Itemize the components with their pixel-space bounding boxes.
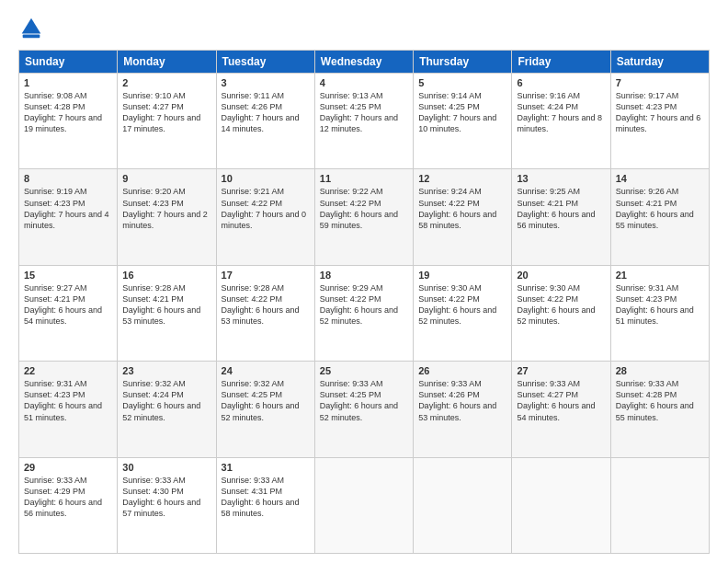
day-number: 16 [122,270,210,281]
calendar-cell: 17Sunrise: 9:28 AMSunset: 4:22 PMDayligh… [216,265,314,361]
day-info: Sunrise: 9:08 AMSunset: 4:28 PMDaylight:… [24,90,112,135]
day-number: 11 [320,173,408,184]
day-number: 27 [517,365,605,376]
day-info: Sunrise: 9:32 AMSunset: 4:25 PMDaylight:… [222,378,310,423]
day-info: Sunrise: 9:27 AMSunset: 4:21 PMDaylight:… [24,282,112,327]
calendar-cell: 1Sunrise: 9:08 AMSunset: 4:28 PMDaylight… [19,74,118,169]
day-header-wednesday: Wednesday [314,51,413,74]
day-info: Sunrise: 9:10 AMSunset: 4:27 PMDaylight:… [122,90,210,135]
calendar-cell: 28Sunrise: 9:33 AMSunset: 4:28 PMDayligh… [610,362,709,457]
calendar-cell: 12Sunrise: 9:24 AMSunset: 4:22 PMDayligh… [414,169,512,265]
calendar-cell: 13Sunrise: 9:25 AMSunset: 4:21 PMDayligh… [512,169,610,265]
logo [18,15,48,40]
calendar-cell: 6Sunrise: 9:16 AMSunset: 4:24 PMDaylight… [512,74,610,169]
day-number: 20 [517,270,605,281]
calendar-cell [512,457,610,553]
day-number: 21 [616,270,704,281]
calendar-week-row: 1Sunrise: 9:08 AMSunset: 4:28 PMDaylight… [19,74,710,169]
day-header-sunday: Sunday [19,51,118,74]
calendar-header-row: SundayMondayTuesdayWednesdayThursdayFrid… [19,51,710,74]
day-info: Sunrise: 9:28 AMSunset: 4:21 PMDaylight:… [122,282,210,327]
calendar-cell: 23Sunrise: 9:32 AMSunset: 4:24 PMDayligh… [118,362,216,457]
day-number: 19 [418,270,506,281]
day-info: Sunrise: 9:30 AMSunset: 4:22 PMDaylight:… [418,282,506,327]
svg-marker-0 [22,18,41,34]
day-info: Sunrise: 9:31 AMSunset: 4:23 PMDaylight:… [24,378,112,423]
day-number: 9 [122,173,210,184]
day-number: 14 [616,173,704,184]
calendar-cell: 14Sunrise: 9:26 AMSunset: 4:21 PMDayligh… [610,169,709,265]
day-info: Sunrise: 9:16 AMSunset: 4:24 PMDaylight:… [517,90,605,135]
day-number: 12 [418,173,506,184]
day-number: 10 [222,173,310,184]
day-number: 29 [24,462,112,473]
day-info: Sunrise: 9:20 AMSunset: 4:23 PMDaylight:… [122,186,210,231]
page: SundayMondayTuesdayWednesdayThursdayFrid… [0,0,728,563]
day-info: Sunrise: 9:25 AMSunset: 4:21 PMDaylight:… [517,186,605,231]
day-info: Sunrise: 9:33 AMSunset: 4:30 PMDaylight:… [122,475,210,520]
svg-rect-1 [23,34,40,38]
calendar-cell [414,457,512,553]
calendar-week-row: 29Sunrise: 9:33 AMSunset: 4:29 PMDayligh… [19,457,710,553]
calendar-cell: 7Sunrise: 9:17 AMSunset: 4:23 PMDaylight… [610,74,709,169]
day-number: 30 [122,462,210,473]
calendar-cell: 8Sunrise: 9:19 AMSunset: 4:23 PMDaylight… [19,169,118,265]
day-number: 18 [320,270,408,281]
day-info: Sunrise: 9:33 AMSunset: 4:29 PMDaylight:… [24,475,112,520]
day-number: 2 [122,77,210,88]
calendar-cell: 29Sunrise: 9:33 AMSunset: 4:29 PMDayligh… [19,457,118,553]
calendar-week-row: 15Sunrise: 9:27 AMSunset: 4:21 PMDayligh… [19,265,710,361]
day-info: Sunrise: 9:11 AMSunset: 4:26 PMDaylight:… [222,90,310,135]
day-number: 22 [24,365,112,376]
calendar-cell [314,457,413,553]
calendar-cell: 27Sunrise: 9:33 AMSunset: 4:27 PMDayligh… [512,362,610,457]
calendar-cell: 3Sunrise: 9:11 AMSunset: 4:26 PMDaylight… [216,74,314,169]
day-number: 23 [122,365,210,376]
day-number: 13 [517,173,605,184]
calendar-cell: 11Sunrise: 9:22 AMSunset: 4:22 PMDayligh… [314,169,413,265]
calendar-cell: 5Sunrise: 9:14 AMSunset: 4:25 PMDaylight… [414,74,512,169]
calendar-cell: 2Sunrise: 9:10 AMSunset: 4:27 PMDaylight… [118,74,216,169]
day-info: Sunrise: 9:21 AMSunset: 4:22 PMDaylight:… [222,186,310,231]
day-header-thursday: Thursday [414,51,512,74]
calendar-cell: 30Sunrise: 9:33 AMSunset: 4:30 PMDayligh… [118,457,216,553]
day-info: Sunrise: 9:29 AMSunset: 4:22 PMDaylight:… [320,282,408,327]
day-info: Sunrise: 9:22 AMSunset: 4:22 PMDaylight:… [320,186,408,231]
calendar-cell: 19Sunrise: 9:30 AMSunset: 4:22 PMDayligh… [414,265,512,361]
day-number: 31 [222,462,310,473]
day-number: 17 [222,270,310,281]
day-number: 24 [222,365,310,376]
day-info: Sunrise: 9:14 AMSunset: 4:25 PMDaylight:… [418,90,506,135]
calendar-cell: 21Sunrise: 9:31 AMSunset: 4:23 PMDayligh… [610,265,709,361]
day-number: 28 [616,365,704,376]
day-info: Sunrise: 9:24 AMSunset: 4:22 PMDaylight:… [418,186,506,231]
day-number: 25 [320,365,408,376]
day-info: Sunrise: 9:28 AMSunset: 4:22 PMDaylight:… [222,282,310,327]
calendar-cell: 24Sunrise: 9:32 AMSunset: 4:25 PMDayligh… [216,362,314,457]
calendar-cell: 10Sunrise: 9:21 AMSunset: 4:22 PMDayligh… [216,169,314,265]
day-info: Sunrise: 9:31 AMSunset: 4:23 PMDaylight:… [616,282,704,327]
day-header-monday: Monday [118,51,216,74]
day-info: Sunrise: 9:33 AMSunset: 4:26 PMDaylight:… [418,378,506,423]
day-info: Sunrise: 9:33 AMSunset: 4:27 PMDaylight:… [517,378,605,423]
calendar-cell: 15Sunrise: 9:27 AMSunset: 4:21 PMDayligh… [19,265,118,361]
calendar-cell: 18Sunrise: 9:29 AMSunset: 4:22 PMDayligh… [314,265,413,361]
day-info: Sunrise: 9:26 AMSunset: 4:21 PMDaylight:… [616,186,704,231]
calendar-cell: 31Sunrise: 9:33 AMSunset: 4:31 PMDayligh… [216,457,314,553]
calendar-cell: 22Sunrise: 9:31 AMSunset: 4:23 PMDayligh… [19,362,118,457]
day-number: 7 [616,77,704,88]
day-info: Sunrise: 9:19 AMSunset: 4:23 PMDaylight:… [24,186,112,231]
day-info: Sunrise: 9:32 AMSunset: 4:24 PMDaylight:… [122,378,210,423]
calendar-cell: 4Sunrise: 9:13 AMSunset: 4:25 PMDaylight… [314,74,413,169]
day-info: Sunrise: 9:33 AMSunset: 4:25 PMDaylight:… [320,378,408,423]
day-header-friday: Friday [512,51,610,74]
day-number: 5 [418,77,506,88]
day-number: 26 [418,365,506,376]
day-info: Sunrise: 9:13 AMSunset: 4:25 PMDaylight:… [320,90,408,135]
header [18,15,710,40]
calendar-cell: 26Sunrise: 9:33 AMSunset: 4:26 PMDayligh… [414,362,512,457]
calendar-cell: 25Sunrise: 9:33 AMSunset: 4:25 PMDayligh… [314,362,413,457]
day-number: 8 [24,173,112,184]
day-info: Sunrise: 9:30 AMSunset: 4:22 PMDaylight:… [517,282,605,327]
day-number: 1 [24,77,112,88]
